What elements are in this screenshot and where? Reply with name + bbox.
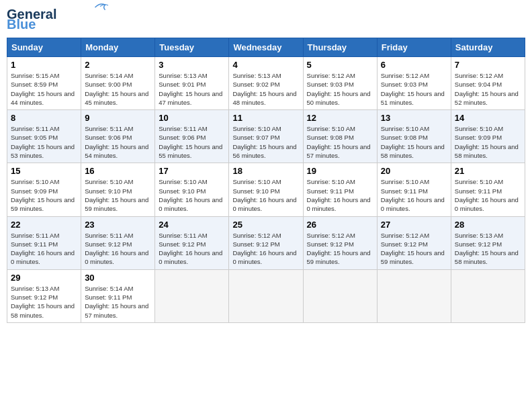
logo-blue: Blue [7, 17, 36, 32]
calendar-day-cell: 24 Sunrise: 5:11 AM Sunset: 9:12 PM Dayl… [155, 216, 229, 269]
calendar-day-cell: 1 Sunrise: 5:15 AM Sunset: 8:59 PM Dayli… [7, 57, 81, 110]
day-info: Sunrise: 5:12 AM Sunset: 9:03 PM Dayligh… [307, 71, 373, 107]
calendar-week-row: 1 Sunrise: 5:15 AM Sunset: 8:59 PM Dayli… [7, 57, 525, 110]
logo-bird-icon [90, 1, 110, 13]
calendar-day-cell [377, 269, 451, 322]
calendar-day-cell: 11 Sunrise: 5:10 AM Sunset: 9:07 PM Dayl… [229, 110, 303, 163]
day-number: 14 [455, 113, 521, 123]
day-info: Sunrise: 5:10 AM Sunset: 9:09 PM Dayligh… [11, 177, 77, 213]
calendar-day-cell: 12 Sunrise: 5:10 AM Sunset: 9:08 PM Dayl… [303, 110, 377, 163]
calendar-day-cell: 2 Sunrise: 5:14 AM Sunset: 9:00 PM Dayli… [81, 57, 155, 110]
day-number: 5 [307, 60, 373, 70]
calendar-day-cell: 6 Sunrise: 5:12 AM Sunset: 9:03 PM Dayli… [377, 57, 451, 110]
day-number: 24 [159, 220, 225, 230]
logo: General Blue [7, 7, 110, 32]
day-number: 3 [159, 60, 225, 70]
calendar-day-cell: 28 Sunrise: 5:13 AM Sunset: 9:12 PM Dayl… [451, 216, 525, 269]
day-info: Sunrise: 5:10 AM Sunset: 9:09 PM Dayligh… [455, 124, 521, 160]
calendar-day-cell [303, 269, 377, 322]
day-info: Sunrise: 5:12 AM Sunset: 9:12 PM Dayligh… [307, 231, 373, 267]
day-number: 21 [455, 166, 521, 176]
day-info: Sunrise: 5:10 AM Sunset: 9:11 PM Dayligh… [381, 177, 447, 213]
day-info: Sunrise: 5:13 AM Sunset: 9:12 PM Dayligh… [11, 284, 77, 320]
calendar-day-cell: 7 Sunrise: 5:12 AM Sunset: 9:04 PM Dayli… [451, 57, 525, 110]
calendar-day-cell: 18 Sunrise: 5:10 AM Sunset: 9:10 PM Dayl… [229, 163, 303, 216]
day-info: Sunrise: 5:11 AM Sunset: 9:12 PM Dayligh… [85, 231, 151, 267]
day-info: Sunrise: 5:11 AM Sunset: 9:05 PM Dayligh… [11, 124, 77, 160]
calendar-day-cell: 10 Sunrise: 5:11 AM Sunset: 9:06 PM Dayl… [155, 110, 229, 163]
day-info: Sunrise: 5:13 AM Sunset: 9:12 PM Dayligh… [455, 231, 521, 267]
calendar-day-cell: 3 Sunrise: 5:13 AM Sunset: 9:01 PM Dayli… [155, 57, 229, 110]
calendar-day-cell: 13 Sunrise: 5:10 AM Sunset: 9:08 PM Dayl… [377, 110, 451, 163]
day-info: Sunrise: 5:11 AM Sunset: 9:06 PM Dayligh… [159, 124, 225, 160]
calendar-day-cell: 22 Sunrise: 5:11 AM Sunset: 9:11 PM Dayl… [7, 216, 81, 269]
calendar-day-cell: 15 Sunrise: 5:10 AM Sunset: 9:09 PM Dayl… [7, 163, 81, 216]
day-number: 16 [85, 166, 151, 176]
day-number: 2 [85, 60, 151, 70]
calendar-day-cell: 21 Sunrise: 5:10 AM Sunset: 9:11 PM Dayl… [451, 163, 525, 216]
day-number: 20 [381, 166, 447, 176]
day-number: 6 [381, 60, 447, 70]
calendar-week-row: 8 Sunrise: 5:11 AM Sunset: 9:05 PM Dayli… [7, 110, 525, 163]
calendar-header-wednesday: Wednesday [229, 38, 303, 57]
calendar-header-monday: Monday [81, 38, 155, 57]
day-info: Sunrise: 5:11 AM Sunset: 9:06 PM Dayligh… [85, 124, 151, 160]
day-info: Sunrise: 5:12 AM Sunset: 9:12 PM Dayligh… [381, 231, 447, 267]
day-info: Sunrise: 5:11 AM Sunset: 9:11 PM Dayligh… [11, 231, 77, 267]
day-info: Sunrise: 5:13 AM Sunset: 9:02 PM Dayligh… [232, 71, 299, 107]
calendar-header-thursday: Thursday [303, 38, 377, 57]
calendar-day-cell: 4 Sunrise: 5:13 AM Sunset: 9:02 PM Dayli… [229, 57, 303, 110]
day-number: 29 [11, 273, 77, 283]
day-number: 8 [11, 113, 77, 123]
calendar-week-row: 15 Sunrise: 5:10 AM Sunset: 9:09 PM Dayl… [7, 163, 525, 216]
calendar-day-cell: 14 Sunrise: 5:10 AM Sunset: 9:09 PM Dayl… [451, 110, 525, 163]
day-number: 26 [307, 220, 373, 230]
calendar-day-cell: 20 Sunrise: 5:10 AM Sunset: 9:11 PM Dayl… [377, 163, 451, 216]
calendar-day-cell: 9 Sunrise: 5:11 AM Sunset: 9:06 PM Dayli… [81, 110, 155, 163]
day-number: 23 [85, 220, 151, 230]
calendar: SundayMondayTuesdayWednesdayThursdayFrid… [7, 38, 525, 323]
day-number: 17 [159, 166, 225, 176]
calendar-day-cell: 27 Sunrise: 5:12 AM Sunset: 9:12 PM Dayl… [377, 216, 451, 269]
calendar-day-cell: 30 Sunrise: 5:14 AM Sunset: 9:11 PM Dayl… [81, 269, 155, 322]
day-number: 7 [455, 60, 521, 70]
calendar-week-row: 29 Sunrise: 5:13 AM Sunset: 9:12 PM Dayl… [7, 269, 525, 322]
day-number: 22 [11, 220, 77, 230]
calendar-day-cell: 26 Sunrise: 5:12 AM Sunset: 9:12 PM Dayl… [303, 216, 377, 269]
day-number: 25 [232, 220, 299, 230]
day-number: 9 [85, 113, 151, 123]
calendar-day-cell: 8 Sunrise: 5:11 AM Sunset: 9:05 PM Dayli… [7, 110, 81, 163]
day-info: Sunrise: 5:10 AM Sunset: 9:08 PM Dayligh… [307, 124, 373, 160]
day-info: Sunrise: 5:14 AM Sunset: 9:00 PM Dayligh… [85, 71, 151, 107]
calendar-day-cell: 5 Sunrise: 5:12 AM Sunset: 9:03 PM Dayli… [303, 57, 377, 110]
day-info: Sunrise: 5:14 AM Sunset: 9:11 PM Dayligh… [85, 284, 151, 320]
day-number: 18 [232, 166, 299, 176]
day-info: Sunrise: 5:10 AM Sunset: 9:07 PM Dayligh… [232, 124, 299, 160]
day-info: Sunrise: 5:10 AM Sunset: 9:10 PM Dayligh… [159, 177, 225, 213]
calendar-day-cell: 16 Sunrise: 5:10 AM Sunset: 9:10 PM Dayl… [81, 163, 155, 216]
calendar-header-friday: Friday [377, 38, 451, 57]
day-number: 19 [307, 166, 373, 176]
calendar-header-tuesday: Tuesday [155, 38, 229, 57]
day-number: 11 [232, 113, 299, 123]
day-info: Sunrise: 5:10 AM Sunset: 9:10 PM Dayligh… [232, 177, 299, 213]
calendar-day-cell [229, 269, 303, 322]
day-number: 30 [85, 273, 151, 283]
calendar-day-cell [155, 269, 229, 322]
day-number: 15 [11, 166, 77, 176]
day-info: Sunrise: 5:12 AM Sunset: 9:12 PM Dayligh… [232, 231, 299, 267]
calendar-header-saturday: Saturday [451, 38, 525, 57]
day-number: 27 [381, 220, 447, 230]
calendar-week-row: 22 Sunrise: 5:11 AM Sunset: 9:11 PM Dayl… [7, 216, 525, 269]
day-info: Sunrise: 5:15 AM Sunset: 8:59 PM Dayligh… [11, 71, 77, 107]
day-number: 1 [11, 60, 77, 70]
calendar-day-cell: 29 Sunrise: 5:13 AM Sunset: 9:12 PM Dayl… [7, 269, 81, 322]
day-info: Sunrise: 5:10 AM Sunset: 9:08 PM Dayligh… [381, 124, 447, 160]
calendar-day-cell: 25 Sunrise: 5:12 AM Sunset: 9:12 PM Dayl… [229, 216, 303, 269]
calendar-day-cell [451, 269, 525, 322]
day-number: 10 [159, 113, 225, 123]
calendar-day-cell: 17 Sunrise: 5:10 AM Sunset: 9:10 PM Dayl… [155, 163, 229, 216]
calendar-day-cell: 23 Sunrise: 5:11 AM Sunset: 9:12 PM Dayl… [81, 216, 155, 269]
day-info: Sunrise: 5:11 AM Sunset: 9:12 PM Dayligh… [159, 231, 225, 267]
day-info: Sunrise: 5:13 AM Sunset: 9:01 PM Dayligh… [159, 71, 225, 107]
